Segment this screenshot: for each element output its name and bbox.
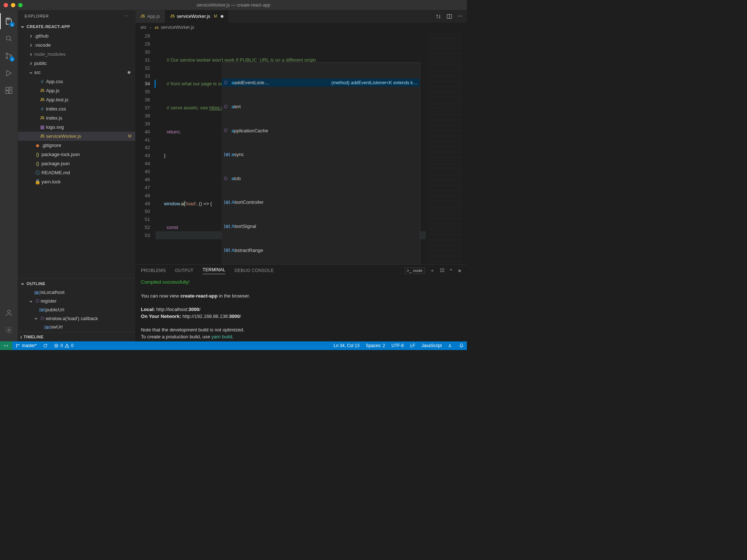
minimize-window-button[interactable]	[11, 3, 15, 7]
svg-point-14	[19, 345, 19, 345]
svg-point-16	[449, 345, 450, 346]
chevron-down-icon	[28, 298, 34, 304]
remote-indicator[interactable]	[0, 341, 12, 350]
method-symbol-icon: ⬡	[224, 102, 229, 110]
suggest-description: (method) addEventListener<K extends k…	[327, 79, 417, 87]
new-terminal-icon[interactable]: ＋	[430, 268, 434, 273]
debug-console-tab[interactable]: DEBUG CONSOLE	[235, 268, 274, 273]
folder-node-modules[interactable]: node_modules	[18, 50, 136, 59]
sync-status[interactable]	[40, 341, 51, 350]
git-branch-status[interactable]: master*	[12, 341, 40, 350]
file-index-css[interactable]: #index.css	[18, 104, 136, 113]
chevron-down-icon	[28, 70, 34, 75]
outline-swurl[interactable]: [◍]swUrl	[18, 323, 136, 331]
chevron-right-icon	[149, 25, 152, 30]
chevron-right-icon	[20, 334, 22, 340]
outline-load-callback[interactable]: ⬡window.a('load') callback	[18, 314, 136, 323]
tab-service-worker-js[interactable]: JSserviceWorker.jsM	[165, 10, 229, 23]
close-window-button[interactable]	[4, 3, 8, 7]
terminal-output[interactable]: Compiled successfully! You can now view …	[135, 277, 467, 341]
file-index-js[interactable]: JSindex.js	[18, 113, 136, 122]
suggest-item-alert[interactable]: ⬡alert	[222, 102, 420, 110]
eol-status[interactable]: LF	[407, 341, 418, 350]
terminal-tab[interactable]: TERMINAL	[202, 267, 225, 274]
problems-tab[interactable]: PROBLEMS	[141, 268, 166, 273]
code-editor[interactable]: 282930 313233 343536 373839 404142 43444…	[135, 32, 467, 265]
file-app-css[interactable]: #App.css	[18, 77, 136, 86]
zoom-window-button[interactable]	[18, 3, 23, 7]
extensions-activity[interactable]	[0, 82, 18, 98]
json-file-icon: {}	[34, 152, 41, 157]
outline-head[interactable]: OUTLINE	[18, 279, 136, 288]
suggest-item-applicationcache[interactable]: ⬡applicationCache	[222, 127, 420, 135]
folder-section-head[interactable]: CREATE-REACT-APP	[18, 22, 136, 31]
css-file-icon: #	[39, 79, 46, 84]
js-file-icon: JS	[170, 14, 174, 18]
source-control-activity[interactable]: 1	[0, 48, 18, 64]
status-bar: master* 0 0 Ln 34, Col 13 Spaces: 2 UTF-…	[0, 341, 467, 350]
notifications-icon[interactable]	[456, 341, 467, 350]
file-app-test-js[interactable]: JSApp.test.js	[18, 95, 136, 104]
file-app-js[interactable]: JSApp.js	[18, 86, 136, 95]
suggest-item-atob[interactable]: ⬡atob	[222, 174, 420, 182]
settings-activity[interactable]	[0, 322, 18, 338]
code-lines[interactable]: // Our service worker won't work if PUBL…	[155, 32, 467, 265]
variable-symbol-icon: [◍]	[224, 151, 229, 159]
more-actions-icon[interactable]: ⋯	[457, 13, 462, 19]
outline-publicurl[interactable]: [◍]publicUrl	[18, 306, 136, 314]
close-panel-icon[interactable]: ✕	[458, 268, 461, 273]
file-readme[interactable]: ⓘREADME.md	[18, 168, 136, 177]
svg-point-12	[16, 344, 17, 345]
sidebar-more-icon[interactable]: ⋯	[124, 14, 129, 19]
file-package-lock[interactable]: {}package-lock.json	[18, 150, 136, 159]
svg-point-8	[8, 310, 11, 313]
outline-register[interactable]: ⬡register	[18, 297, 136, 306]
suggest-item-abortsignal[interactable]: [◍]AbortSignal	[222, 222, 420, 230]
folder-vscode[interactable]: .vscode	[18, 40, 136, 50]
compare-changes-icon[interactable]	[436, 13, 441, 19]
shell-selector[interactable]: >_ node	[405, 268, 425, 274]
variable-symbol-icon: [◍]	[39, 307, 46, 312]
file-package-json[interactable]: {}package.json	[18, 159, 136, 168]
folder-src[interactable]: src	[18, 68, 136, 77]
split-editor-icon[interactable]	[446, 13, 452, 19]
indentation-status[interactable]: Spaces: 2	[363, 341, 388, 350]
svg-point-0	[6, 36, 10, 40]
search-activity[interactable]	[0, 31, 18, 47]
problems-status[interactable]: 0 0	[51, 341, 77, 350]
minimap[interactable]	[428, 32, 461, 264]
titlebar: serviceWorker.js — create-react-app	[0, 0, 467, 10]
suggest-item-abortcontroller[interactable]: [◍]AbortController	[222, 198, 420, 206]
breadcrumb-segment: src	[140, 25, 147, 30]
breadcrumb[interactable]: src JS serviceWorker.js	[135, 23, 467, 32]
file-logo-svg[interactable]: ▦logo.svg	[18, 122, 136, 132]
tab-app-js[interactable]: JSApp.js	[135, 10, 165, 23]
explorer-activity[interactable]: 1	[0, 13, 18, 29]
maximize-panel-icon[interactable]: ^	[450, 268, 452, 273]
activity-bar: 1 1	[0, 10, 18, 342]
folder-github[interactable]: .github	[18, 31, 136, 40]
explorer-badge: 1	[9, 22, 15, 27]
file-gitignore[interactable]: ◆.gitignore	[18, 141, 136, 150]
modified-badge: M	[128, 134, 131, 139]
timeline-section-head[interactable]: TIMELINE	[18, 332, 136, 341]
variable-symbol-icon: [◍]	[224, 198, 229, 206]
folder-public[interactable]: public	[18, 59, 136, 68]
js-file-icon: JS	[154, 26, 158, 30]
outline-islocalhost[interactable]: [◍]isLocalhost	[18, 288, 136, 297]
output-tab[interactable]: OUTPUT	[175, 268, 194, 273]
accounts-activity[interactable]	[0, 305, 18, 321]
encoding-status[interactable]: UTF-8	[388, 341, 407, 350]
feedback-icon[interactable]	[445, 341, 456, 350]
chevron-right-icon	[28, 60, 34, 67]
unsaved-dot-icon	[221, 15, 224, 18]
suggest-item-abstractrange[interactable]: [◍]AbstractRange	[222, 246, 420, 254]
file-yarn-lock[interactable]: 🔒yarn.lock	[18, 177, 136, 186]
file-service-worker-js[interactable]: JSserviceWorker.jsM	[18, 132, 136, 141]
run-debug-activity[interactable]	[0, 65, 18, 81]
language-mode-status[interactable]: JavaScript	[418, 341, 445, 350]
split-terminal-icon[interactable]	[440, 268, 445, 274]
suggest-item-addeventlistener[interactable]: ⬡aaddEventListe…(method) addEventListene…	[222, 79, 420, 87]
suggest-item-async[interactable]: [◍]async	[222, 151, 420, 159]
cursor-position-status[interactable]: Ln 34, Col 13	[330, 341, 363, 350]
